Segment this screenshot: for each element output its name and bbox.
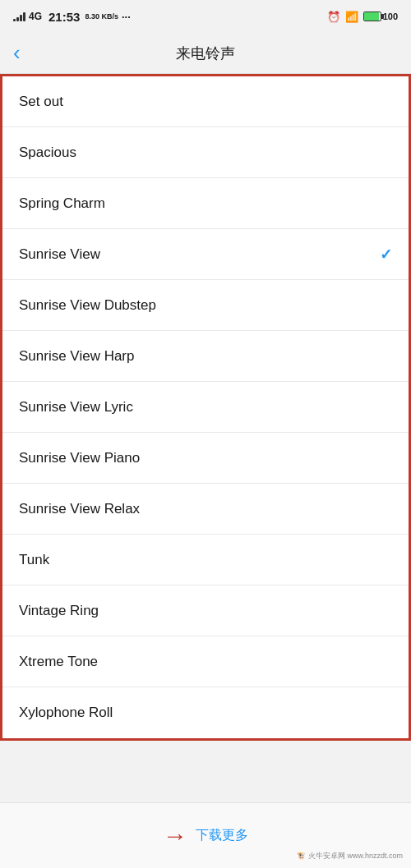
- ringtone-name: Sunrise View: [19, 246, 100, 263]
- ringtone-name: Sunrise View Dubstep: [19, 297, 156, 314]
- dots: ···: [122, 11, 131, 23]
- ringtone-name: Set out: [19, 94, 63, 110]
- ringtone-name: Spacious: [19, 145, 76, 161]
- list-item[interactable]: Spring Charm: [2, 178, 409, 229]
- list-item[interactable]: Sunrise View Lyric: [2, 382, 409, 433]
- list-item[interactable]: Vintage Ring: [2, 586, 409, 636]
- list-item[interactable]: Xtreme Tone: [2, 636, 409, 687]
- status-bar: 4G 21:53 8.30 KB/s ··· ⏰ 📶 100: [0, 0, 411, 33]
- status-right: ⏰ 📶 100: [327, 11, 398, 23]
- alarm-icon: ⏰: [327, 11, 340, 23]
- ringtone-name: Vintage Ring: [19, 603, 99, 619]
- network-type: 4G: [29, 11, 42, 22]
- list-item[interactable]: Xylophone Roll: [2, 687, 409, 738]
- list-item[interactable]: Spacious: [2, 127, 409, 178]
- time-display: 21:53: [48, 10, 80, 24]
- battery-level: 100: [383, 11, 398, 21]
- selected-checkmark-icon: ✓: [380, 246, 392, 264]
- ringtone-name: Sunrise View Lyric: [19, 399, 133, 416]
- page-header: ‹ 来电铃声: [0, 33, 411, 74]
- status-left: 4G 21:53 8.30 KB/s ···: [13, 10, 131, 24]
- ringtone-name: Xtreme Tone: [19, 654, 98, 670]
- ringtone-name: Sunrise View Harp: [19, 348, 134, 365]
- list-item[interactable]: Set out: [2, 76, 409, 127]
- list-item[interactable]: Tunk: [2, 535, 409, 586]
- bottom-bar: → 下载更多 🐮 火牛安卓网 www.hnzzdt.com: [0, 802, 411, 868]
- watermark-logo: 🐮 火牛安卓网 www.hnzzdt.com: [297, 851, 403, 861]
- download-arrow-icon: →: [163, 822, 187, 850]
- list-item[interactable]: Sunrise View Harp: [2, 331, 409, 382]
- list-item[interactable]: Sunrise View Piano: [2, 433, 409, 484]
- ringtone-name: Sunrise View Piano: [19, 450, 140, 466]
- ringtone-name: Tunk: [19, 552, 49, 568]
- battery-indicator: 100: [363, 11, 398, 21]
- ringtone-name: Xylophone Roll: [19, 705, 113, 721]
- wifi-icon: 📶: [345, 11, 358, 23]
- signal-bars: [13, 11, 25, 21]
- ringtone-name: Sunrise View Relax: [19, 501, 140, 517]
- back-chevron-icon: ‹: [13, 40, 21, 66]
- page-title: 来电铃声: [176, 44, 235, 63]
- list-item[interactable]: Sunrise View✓: [2, 229, 409, 280]
- ringtone-list: Set outSpaciousSpring CharmSunrise View✓…: [0, 74, 411, 741]
- list-item[interactable]: Sunrise View Dubstep: [2, 280, 409, 331]
- ringtone-name: Spring Charm: [19, 195, 105, 212]
- back-button[interactable]: ‹: [13, 40, 21, 66]
- download-more-button[interactable]: 下载更多: [196, 827, 248, 844]
- list-item[interactable]: Sunrise View Relax: [2, 484, 409, 535]
- data-speed: 8.30 KB/s: [85, 12, 118, 21]
